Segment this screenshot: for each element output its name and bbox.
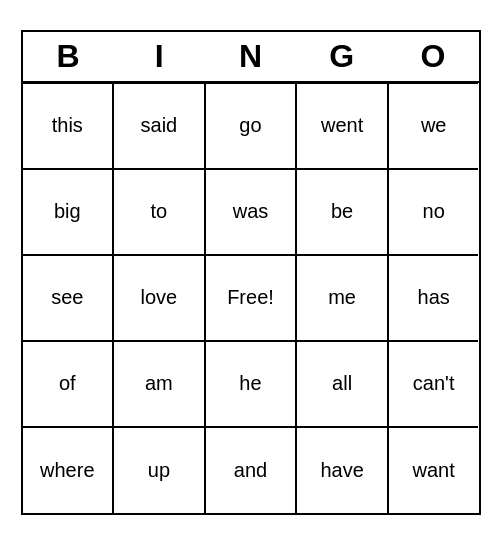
header-letter-g: G (296, 32, 387, 81)
bingo-cell-0-0: this (23, 83, 114, 169)
bingo-cell-3-1: am (113, 341, 205, 427)
bingo-row-2: seeloveFree!mehas (23, 255, 479, 341)
bingo-row-3: ofamheallcan't (23, 341, 479, 427)
bingo-row-4: whereupandhavewant (23, 427, 479, 513)
bingo-cell-1-1: to (113, 169, 205, 255)
bingo-cell-1-0: big (23, 169, 114, 255)
bingo-cell-4-1: up (113, 427, 205, 513)
bingo-cell-2-2: Free! (205, 255, 297, 341)
bingo-cell-0-4: we (388, 83, 479, 169)
bingo-row-0: thissaidgowentwe (23, 83, 479, 169)
bingo-cell-1-3: be (296, 169, 388, 255)
bingo-cell-4-2: and (205, 427, 297, 513)
bingo-cell-4-3: have (296, 427, 388, 513)
bingo-cell-0-1: said (113, 83, 205, 169)
bingo-cell-2-0: see (23, 255, 114, 341)
header-letter-i: I (114, 32, 205, 81)
bingo-cell-2-3: me (296, 255, 388, 341)
header-letter-o: O (387, 32, 478, 81)
header-letter-b: B (23, 32, 114, 81)
bingo-cell-2-1: love (113, 255, 205, 341)
bingo-grid: thissaidgowentwebigtowasbenoseeloveFree!… (23, 81, 479, 513)
bingo-row-1: bigtowasbeno (23, 169, 479, 255)
bingo-cell-3-0: of (23, 341, 114, 427)
bingo-cell-0-3: went (296, 83, 388, 169)
bingo-cell-3-3: all (296, 341, 388, 427)
bingo-card: BINGO thissaidgowentwebigtowasbenoseelov… (21, 30, 481, 515)
bingo-cell-3-2: he (205, 341, 297, 427)
bingo-cell-2-4: has (388, 255, 479, 341)
bingo-cell-3-4: can't (388, 341, 479, 427)
bingo-cell-1-4: no (388, 169, 479, 255)
bingo-cell-0-2: go (205, 83, 297, 169)
bingo-cell-4-4: want (388, 427, 479, 513)
header-letter-n: N (205, 32, 296, 81)
bingo-cell-4-0: where (23, 427, 114, 513)
bingo-cell-1-2: was (205, 169, 297, 255)
bingo-header: BINGO (23, 32, 479, 81)
